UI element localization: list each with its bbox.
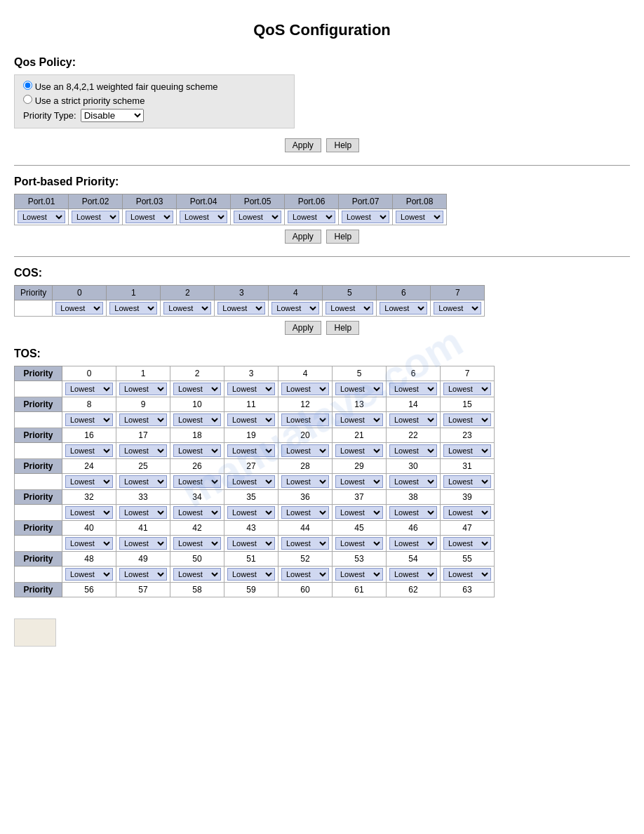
tos-priority-select[interactable]: LowestLowMiddleHigh	[173, 506, 221, 519]
priority-type-select[interactable]: Disable 802.1p TOS/DSCP	[81, 109, 144, 122]
cos-col-header: 4	[269, 286, 323, 300]
tos-priority-select[interactable]: LowestLowMiddleHigh	[443, 383, 491, 395]
cos-apply-button[interactable]: Apply	[285, 321, 321, 335]
tos-priority-select[interactable]: LowestLowMiddleHigh	[281, 413, 329, 426]
option1-radio[interactable]	[23, 81, 32, 90]
tos-priority-select[interactable]: LowestLowMiddleHigh	[173, 537, 221, 550]
tos-priority-select[interactable]: LowestLowMiddleHigh	[65, 568, 113, 581]
tos-num-cell: 24	[62, 459, 116, 474]
tos-priority-select[interactable]: LowestLowMiddleHigh	[443, 475, 491, 488]
tos-priority-select[interactable]: LowestLowMiddleHigh	[389, 475, 437, 488]
port-priority-select[interactable]: LowestLowMiddleHigh	[126, 211, 173, 223]
tos-priority-select[interactable]: LowestLowMiddleHigh	[389, 506, 437, 519]
tos-priority-select[interactable]: LowestLowMiddleHigh	[227, 413, 275, 426]
cos-col-header: 6	[377, 286, 431, 300]
tos-priority-select[interactable]: LowestLowMiddleHigh	[173, 444, 221, 457]
tos-priority-select[interactable]: LowestLowMiddleHigh	[227, 444, 275, 457]
tos-priority-select[interactable]: LowestLowMiddleHigh	[443, 444, 491, 457]
tos-priority-select[interactable]: LowestLowMiddleHigh	[281, 444, 329, 457]
cos-col-header: 0	[53, 286, 107, 300]
tos-num-cell: 14	[387, 397, 441, 412]
tos-priority-select[interactable]: LowestLowMiddleHigh	[389, 383, 437, 395]
tos-priority-select[interactable]: LowestLowMiddleHigh	[281, 506, 329, 519]
tos-priority-select[interactable]: LowestLowMiddleHigh	[335, 475, 383, 488]
port-priority-select[interactable]: LowestLowMiddleHigh	[396, 211, 443, 223]
tos-priority-select[interactable]: LowestLowMiddleHigh	[227, 506, 275, 519]
qos-policy-apply-button[interactable]: Apply	[285, 138, 321, 152]
priority-type-label: Priority Type:	[23, 110, 76, 121]
tos-priority-select[interactable]: LowestLowMiddleHigh	[335, 506, 383, 519]
tos-priority-select[interactable]: LowestLowMiddleHigh	[335, 444, 383, 457]
tos-priority-select[interactable]: LowestLowMiddleHigh	[281, 568, 329, 581]
cos-col-header: 5	[323, 286, 377, 300]
port-priority-select[interactable]: LowestLowMiddleHigh	[288, 211, 335, 223]
tos-row: Priority3233343536373839	[15, 490, 495, 505]
tos-priority-select[interactable]: LowestLowMiddleHigh	[65, 444, 113, 457]
tos-priority-label: Priority	[15, 459, 62, 474]
tos-priority-select[interactable]: LowestLowMiddleHigh	[389, 444, 437, 457]
tos-priority-select[interactable]: LowestLowMiddleHigh	[281, 475, 329, 488]
tos-priority-select[interactable]: LowestLowMiddleHigh	[281, 383, 329, 395]
tos-priority-select[interactable]: LowestLowMiddleHigh	[443, 568, 491, 581]
port-priority-select[interactable]: LowestLowMiddleHigh	[18, 211, 65, 223]
tos-priority-select[interactable]: LowestLowMiddleHigh	[119, 413, 167, 426]
cos-priority-select[interactable]: LowestLowMiddleHigh	[109, 302, 157, 315]
tos-num-cell: 0	[62, 366, 116, 381]
tos-priority-select[interactable]: LowestLowMiddleHigh	[389, 413, 437, 426]
tos-priority-select[interactable]: LowestLowMiddleHigh	[173, 413, 221, 426]
tos-priority-select[interactable]: LowestLowMiddleHigh	[173, 383, 221, 395]
cos-priority-select[interactable]: LowestLowMiddleHigh	[380, 302, 427, 315]
tos-priority-select[interactable]: LowestLowMiddleHigh	[173, 475, 221, 488]
cos-select-row: LowestLowMiddleHighLowestLowMiddleHighLo…	[15, 300, 485, 317]
tos-priority-select[interactable]: LowestLowMiddleHigh	[443, 413, 491, 426]
port-priority-select[interactable]: LowestLowMiddleHigh	[72, 211, 119, 223]
tos-priority-select[interactable]: LowestLowMiddleHigh	[119, 568, 167, 581]
cos-priority-select[interactable]: LowestLowMiddleHigh	[326, 302, 373, 315]
tos-priority-select[interactable]: LowestLowMiddleHigh	[335, 537, 383, 550]
tos-priority-select[interactable]: LowestLowMiddleHigh	[227, 475, 275, 488]
tos-priority-select[interactable]: LowestLowMiddleHigh	[65, 413, 113, 426]
port-priority-select[interactable]: LowestLowMiddleHigh	[342, 211, 389, 223]
tos-row: LowestLowMiddleHighLowestLowMiddleHighLo…	[15, 443, 495, 459]
tos-priority-select[interactable]: LowestLowMiddleHigh	[227, 383, 275, 395]
tos-priority-select[interactable]: LowestLowMiddleHigh	[335, 568, 383, 581]
cos-buttons: Apply Help	[14, 321, 630, 335]
tos-priority-select[interactable]: LowestLowMiddleHigh	[443, 537, 491, 550]
tos-priority-select[interactable]: LowestLowMiddleHigh	[119, 537, 167, 550]
tos-priority-select[interactable]: LowestLowMiddleHigh	[335, 413, 383, 426]
tos-priority-select[interactable]: LowestLowMiddleHigh	[119, 444, 167, 457]
port-select-row: LowestLowMiddleHighLowestLowMiddleHighLo…	[15, 209, 447, 225]
tos-priority-select[interactable]: LowestLowMiddleHigh	[65, 506, 113, 519]
cos-help-button[interactable]: Help	[326, 321, 359, 335]
cos-priority-select[interactable]: LowestLowMiddleHigh	[271, 302, 319, 315]
tos-priority-select[interactable]: LowestLowMiddleHigh	[65, 475, 113, 488]
cos-priority-select[interactable]: LowestLowMiddleHigh	[217, 302, 265, 315]
cos-priority-select[interactable]: LowestLowMiddleHigh	[163, 302, 211, 315]
port-priority-select[interactable]: LowestLowMiddleHigh	[234, 211, 281, 223]
option2-radio[interactable]	[23, 95, 32, 104]
tos-priority-select[interactable]: LowestLowMiddleHigh	[281, 537, 329, 550]
port-priority-select[interactable]: LowestLowMiddleHigh	[180, 211, 227, 223]
tos-priority-select[interactable]: LowestLowMiddleHigh	[173, 568, 221, 581]
tos-priority-select[interactable]: LowestLowMiddleHigh	[389, 537, 437, 550]
cos-priority-select[interactable]: LowestLowMiddleHigh	[434, 302, 481, 315]
tos-priority-select[interactable]: LowestLowMiddleHigh	[227, 537, 275, 550]
tos-priority-select[interactable]: LowestLowMiddleHigh	[65, 383, 113, 395]
port-col-header: Port.07	[339, 194, 393, 209]
port-priority-apply-button[interactable]: Apply	[285, 230, 321, 244]
tos-priority-select[interactable]: LowestLowMiddleHigh	[65, 537, 113, 550]
port-priority-help-button[interactable]: Help	[326, 230, 359, 244]
tos-row: Priority4849505152535455	[15, 552, 495, 567]
tos-priority-select[interactable]: LowestLowMiddleHigh	[335, 383, 383, 395]
tos-priority-select[interactable]: LowestLowMiddleHigh	[119, 475, 167, 488]
cos-priority-select[interactable]: LowestLowMiddleHigh	[55, 302, 103, 315]
tos-priority-select[interactable]: LowestLowMiddleHigh	[443, 506, 491, 519]
tos-row: LowestLowMiddleHighLowestLowMiddleHighLo…	[15, 381, 495, 397]
tos-priority-select[interactable]: LowestLowMiddleHigh	[119, 506, 167, 519]
tos-priority-select[interactable]: LowestLowMiddleHigh	[119, 383, 167, 395]
tos-priority-select[interactable]: LowestLowMiddleHigh	[227, 568, 275, 581]
tos-priority-select[interactable]: LowestLowMiddleHigh	[389, 568, 437, 581]
tos-row: LowestLowMiddleHighLowestLowMiddleHighLo…	[15, 505, 495, 521]
port-priority-buttons: Apply Help	[14, 230, 630, 244]
qos-policy-help-button[interactable]: Help	[326, 138, 359, 152]
